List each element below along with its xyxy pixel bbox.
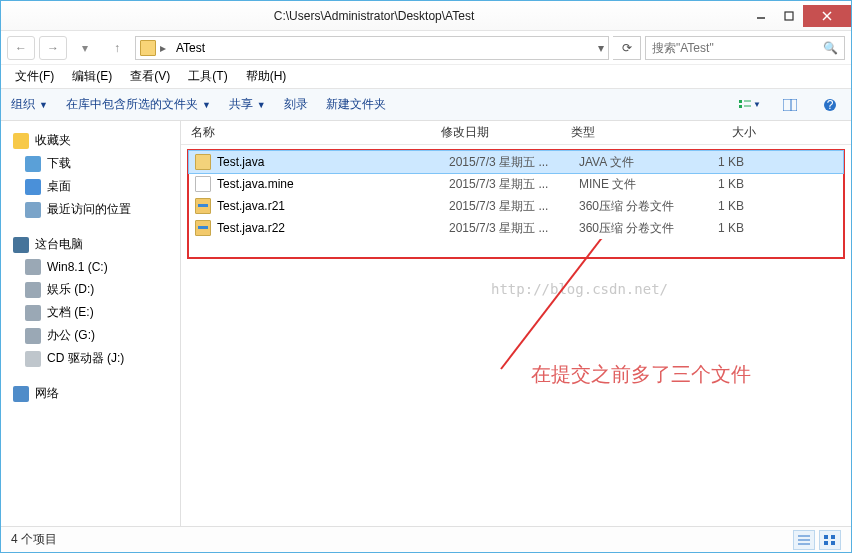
- close-button[interactable]: [803, 5, 851, 27]
- file-size: 1 KB: [694, 177, 764, 191]
- sidebar-desktop[interactable]: 桌面: [5, 175, 176, 198]
- minimize-button[interactable]: [747, 5, 775, 27]
- file-row[interactable]: Test.java.r212015/7/3 星期五 ...360压缩 分卷文件1…: [189, 195, 843, 217]
- file-icon: [195, 220, 211, 236]
- file-icon: [195, 198, 211, 214]
- tool-include-in-library[interactable]: 在库中包含所选的文件夹▼: [66, 96, 211, 113]
- sidebar-recent[interactable]: 最近访问的位置: [5, 198, 176, 221]
- annotation-text: 在提交之前多了三个文件: [531, 361, 751, 388]
- sidebar-favorites[interactable]: 收藏夹: [5, 129, 176, 152]
- forward-button[interactable]: →: [39, 36, 67, 60]
- file-row[interactable]: Test.java.mine2015/7/3 星期五 ...MINE 文件1 K…: [189, 173, 843, 195]
- icons-view-button[interactable]: [819, 530, 841, 550]
- search-box[interactable]: 🔍: [645, 36, 845, 60]
- recent-icon: [25, 202, 41, 218]
- file-name: Test.java.mine: [217, 177, 449, 191]
- sidebar-drive-cd[interactable]: CD 驱动器 (J:): [5, 347, 176, 370]
- status-item-count: 4 个项目: [11, 531, 789, 548]
- watermark-text: http://blog.csdn.net/: [491, 281, 668, 297]
- refresh-button[interactable]: ⟳: [613, 36, 641, 60]
- menu-help[interactable]: 帮助(H): [238, 66, 295, 87]
- drive-icon: [25, 282, 41, 298]
- chevron-down-icon: ▼: [39, 100, 48, 110]
- navigation-pane: 收藏夹 下载 桌面 最近访问的位置 这台电脑 Win8.1 (C:) 娱乐 (D…: [1, 121, 181, 529]
- desktop-icon: [25, 179, 41, 195]
- sidebar-drive-d[interactable]: 娱乐 (D:): [5, 278, 176, 301]
- file-type: JAVA 文件: [579, 154, 694, 171]
- drive-icon: [25, 259, 41, 275]
- svg-text:?: ?: [827, 98, 834, 112]
- svg-rect-19: [831, 541, 835, 545]
- sidebar-drive-e[interactable]: 文档 (E:): [5, 301, 176, 324]
- chevron-down-icon: ▼: [202, 100, 211, 110]
- maximize-button[interactable]: [775, 5, 803, 27]
- drive-icon: [25, 328, 41, 344]
- sidebar-downloads[interactable]: 下载: [5, 152, 176, 175]
- column-header-size[interactable]: 大小: [686, 120, 756, 145]
- svg-rect-16: [824, 535, 828, 539]
- cd-icon: [25, 351, 41, 367]
- svg-rect-8: [783, 99, 797, 111]
- file-date: 2015/7/3 星期五 ...: [449, 154, 579, 171]
- file-list: Test.java2015/7/3 星期五 ...JAVA 文件1 KBTest…: [187, 149, 845, 259]
- file-icon: [195, 154, 211, 170]
- svg-rect-4: [739, 100, 742, 103]
- sidebar-this-pc[interactable]: 这台电脑: [5, 233, 176, 256]
- details-view-button[interactable]: [793, 530, 815, 550]
- chevron-down-icon: ▼: [257, 100, 266, 110]
- file-row[interactable]: Test.java2015/7/3 星期五 ...JAVA 文件1 KB: [189, 151, 843, 173]
- file-type: 360压缩 分卷文件: [579, 198, 694, 215]
- breadcrumb-folder[interactable]: ATest: [170, 39, 211, 57]
- tool-burn[interactable]: 刻录: [284, 96, 308, 113]
- view-options-button[interactable]: ▼: [739, 94, 761, 116]
- svg-rect-5: [739, 105, 742, 108]
- menu-view[interactable]: 查看(V): [122, 66, 178, 87]
- file-date: 2015/7/3 星期五 ...: [449, 220, 579, 237]
- sidebar-network[interactable]: 网络: [5, 382, 176, 405]
- column-header-type[interactable]: 类型: [571, 120, 686, 145]
- tool-share[interactable]: 共享▼: [229, 96, 266, 113]
- file-name: Test.java: [217, 155, 449, 169]
- svg-rect-17: [831, 535, 835, 539]
- menu-edit[interactable]: 编辑(E): [64, 66, 120, 87]
- up-button[interactable]: ↑: [103, 36, 131, 60]
- sidebar-drive-c[interactable]: Win8.1 (C:): [5, 256, 176, 278]
- chevron-right-icon: ▸: [160, 41, 166, 55]
- column-header-date[interactable]: 修改日期: [441, 120, 571, 145]
- file-size: 1 KB: [694, 155, 764, 169]
- sidebar-drive-g[interactable]: 办公 (G:): [5, 324, 176, 347]
- drive-icon: [25, 305, 41, 321]
- back-button[interactable]: ←: [7, 36, 35, 60]
- file-type: MINE 文件: [579, 176, 694, 193]
- network-icon: [13, 386, 29, 402]
- address-bar[interactable]: ▸ ATest ▾: [135, 36, 609, 60]
- search-icon: 🔍: [823, 41, 838, 55]
- search-input[interactable]: [652, 41, 823, 55]
- file-size: 1 KB: [694, 199, 764, 213]
- annotation-arrow: [491, 239, 611, 379]
- svg-rect-18: [824, 541, 828, 545]
- download-icon: [25, 156, 41, 172]
- file-row[interactable]: Test.java.r222015/7/3 星期五 ...360压缩 分卷文件1…: [189, 217, 843, 239]
- file-name: Test.java.r21: [217, 199, 449, 213]
- help-button[interactable]: ?: [819, 94, 841, 116]
- menu-file[interactable]: 文件(F): [7, 66, 62, 87]
- recent-locations-button[interactable]: ▾: [71, 36, 99, 60]
- file-type: 360压缩 分卷文件: [579, 220, 694, 237]
- preview-pane-button[interactable]: [779, 94, 801, 116]
- file-date: 2015/7/3 星期五 ...: [449, 198, 579, 215]
- folder-icon: [140, 40, 156, 56]
- file-icon: [195, 176, 211, 192]
- file-size: 1 KB: [694, 221, 764, 235]
- chevron-down-icon[interactable]: ▾: [598, 41, 604, 55]
- star-icon: [13, 133, 29, 149]
- file-date: 2015/7/3 星期五 ...: [449, 176, 579, 193]
- window-title: C:\Users\Administrator\Desktop\ATest: [1, 9, 747, 23]
- column-header-name[interactable]: 名称: [191, 120, 441, 145]
- menu-tools[interactable]: 工具(T): [180, 66, 235, 87]
- pc-icon: [13, 237, 29, 253]
- tool-new-folder[interactable]: 新建文件夹: [326, 96, 386, 113]
- tool-organize[interactable]: 组织▼: [11, 96, 48, 113]
- svg-rect-1: [785, 12, 793, 20]
- file-name: Test.java.r22: [217, 221, 449, 235]
